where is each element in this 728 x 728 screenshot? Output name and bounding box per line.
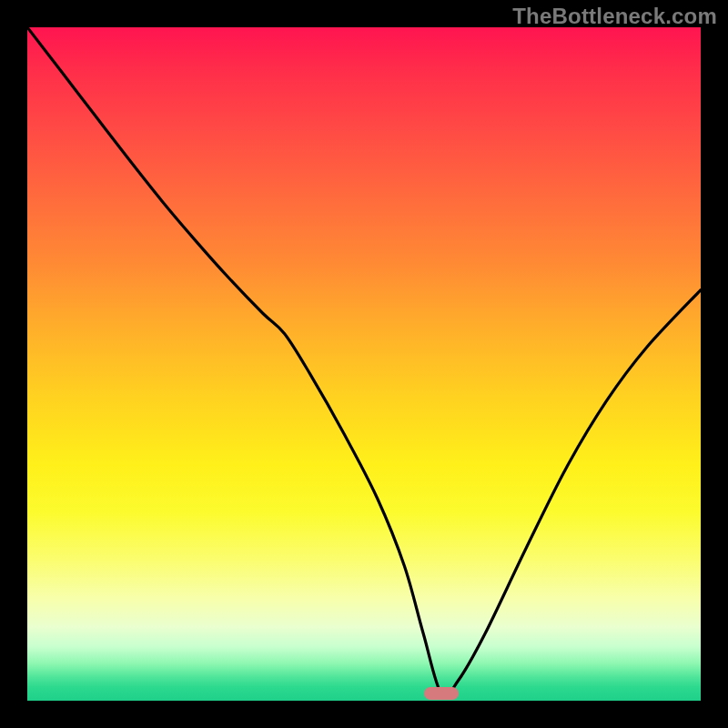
chart-line-path — [27, 27, 701, 696]
chart-frame: TheBottleneck.com — [0, 0, 728, 728]
plot-area — [27, 27, 701, 701]
bottleneck-marker — [424, 687, 459, 700]
chart-line — [27, 27, 701, 701]
watermark-label: TheBottleneck.com — [512, 4, 717, 29]
